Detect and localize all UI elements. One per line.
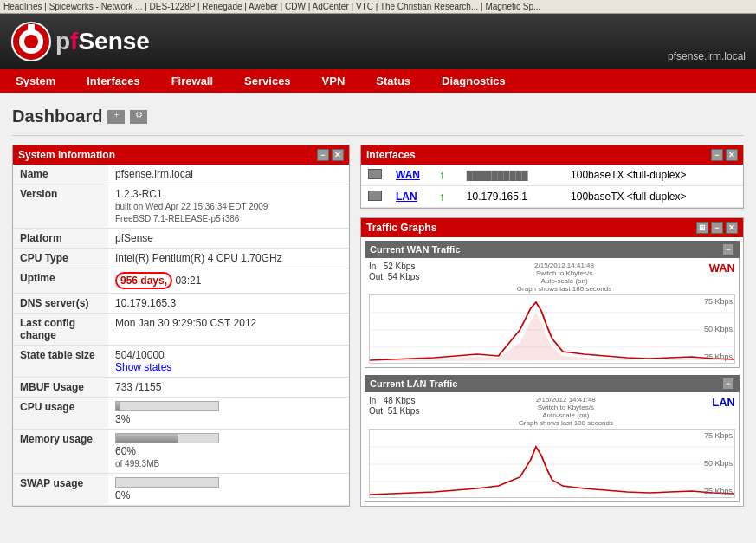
memory-progress-container	[115, 433, 219, 443]
wan-traffic-meta: 2/15/2012 14:41:48 Switch to Kbytes/s Au…	[517, 262, 611, 293]
interfaces-panel-header: Interfaces − ✕	[361, 145, 743, 165]
wan-traffic-minimize[interactable]: −	[722, 243, 734, 255]
svg-rect-3	[28, 24, 35, 31]
lan-graph: 75 Kbps 50 Kbps 25 Kbps	[369, 429, 735, 498]
value-cpu-type: Intel(R) Pentium(R) 4 CPU 1.70GHz	[108, 249, 349, 268]
wan-traffic-inner: In 52 Kbps Out 54 Kbps 2/15/2012 14:41:4…	[365, 258, 740, 368]
value-uptime: 956 days, 03:21	[108, 268, 349, 294]
table-row: Platform pfSense	[13, 229, 349, 249]
wan-traffic-section: Current WAN Traffic − In 52 Kbps	[361, 237, 743, 372]
table-row: WAN ↑ ██████████ 100baseTX <full-duplex>	[361, 165, 743, 186]
lan-traffic-section: Current LAN Traffic − In 48 Kbps	[361, 372, 743, 506]
traffic-expand-btn[interactable]: ⊞	[696, 222, 708, 234]
lan-traffic-minimize[interactable]: −	[722, 378, 734, 390]
right-column: Interfaces − ✕ WAN	[360, 145, 744, 515]
lan-traffic-inner: In 48 Kbps Out 51 Kbps 2/15/2012 14:41:4…	[365, 392, 740, 502]
hostname: pfsense.lrm.local	[668, 50, 746, 62]
table-row: Uptime 956 days, 03:21	[13, 268, 349, 294]
nav-bar: System Interfaces Firewall Services VPN …	[0, 69, 756, 93]
iface-speed-wan: 100baseTX <full-duplex>	[564, 165, 743, 186]
system-info-title: System Information	[18, 149, 317, 161]
table-row: Name pfsense.lrm.local	[13, 165, 349, 184]
traffic-graphs-header: Traffic Graphs ⊞ − ✕	[361, 218, 743, 237]
wan-traffic-label: In 52 Kbps Out 54 Kbps	[369, 262, 419, 282]
traffic-panel-controls: ⊞ − ✕	[696, 222, 738, 234]
lan-label: LAN	[712, 396, 735, 409]
table-row: Memory usage 60% of 499.3MB	[13, 430, 349, 474]
logo: pfSense	[10, 21, 150, 62]
table-row: Last config change Mon Jan 30 9:29:50 CS…	[13, 314, 349, 346]
page-title: Dashboard	[12, 107, 102, 126]
panel-minimize-btn[interactable]: −	[317, 149, 329, 161]
value-dns: 10.179.165.3	[108, 294, 349, 314]
nav-vpn[interactable]: VPN	[307, 69, 361, 93]
iface-arrow-lan: ↑	[432, 186, 460, 208]
traffic-graphs-title: Traffic Graphs	[366, 222, 696, 234]
traffic-close-btn[interactable]: ✕	[726, 222, 738, 234]
iface-name-lan: LAN	[389, 186, 432, 208]
iface-speed-lan: 100baseTX <full-duplex>	[564, 186, 743, 208]
lan-out-label: Out 51 Kbps	[369, 406, 419, 416]
system-info-table: Name pfsense.lrm.local Version 1.2.3-RC1…	[13, 165, 349, 506]
lan-traffic-info: In 48 Kbps Out 51 Kbps 2/15/2012 14:41:4…	[369, 396, 735, 427]
left-column: System Information − ✕ Name pfsense.lrm.…	[12, 145, 350, 515]
iface-name-wan: WAN	[389, 165, 432, 186]
up-arrow-icon: ↑	[439, 168, 445, 182]
interfaces-table: WAN ↑ ██████████ 100baseTX <full-duplex>	[361, 165, 743, 208]
lan-traffic-meta: 2/15/2012 14:41:48 Switch to Kbytes/s Au…	[519, 396, 613, 427]
browser-tabs: Headlines | Spiceworks - Network ... | D…	[0, 0, 756, 14]
svg-point-2	[24, 35, 38, 48]
iface-icon-wan	[361, 165, 389, 186]
lan-traffic-title: Current LAN Traffic	[370, 378, 457, 389]
wan-label: WAN	[709, 262, 735, 275]
lan-in-label: In 48 Kbps	[369, 396, 419, 405]
app-header: pfSense pfsense.lrm.local	[0, 14, 756, 69]
network-icon	[368, 169, 382, 179]
label-last-config: Last config change	[13, 314, 108, 346]
iface-ip-lan: 10.179.165.1	[460, 186, 564, 208]
lan-graph-svg	[370, 430, 734, 499]
lan-traffic-label: In 48 Kbps Out 51 Kbps	[369, 396, 419, 417]
value-name: pfsense.lrm.local	[108, 165, 349, 184]
value-state-table: 504/10000 Show states	[108, 346, 349, 378]
show-states-link[interactable]: Show states	[115, 361, 171, 373]
dashboard-icon2[interactable]: ⚙	[130, 110, 147, 124]
wan-graph-svg	[370, 295, 734, 365]
nav-system[interactable]: System	[0, 69, 71, 93]
uptime-highlight: 956 days,	[115, 272, 172, 289]
table-row: Version 1.2.3-RC1 built on Wed Apr 22 15…	[13, 184, 349, 229]
label-platform: Platform	[13, 229, 108, 249]
traffic-graphs-panel: Traffic Graphs ⊞ − ✕ Current WAN Traffic…	[360, 217, 744, 507]
wan-in-label: In 52 Kbps	[369, 262, 419, 271]
wan-link[interactable]: WAN	[396, 169, 420, 181]
swap-progress-container	[115, 477, 219, 488]
nav-services[interactable]: Services	[229, 69, 307, 93]
interfaces-close-btn[interactable]: ✕	[726, 149, 738, 161]
nav-interfaces[interactable]: Interfaces	[71, 69, 155, 93]
panel-controls: − ✕	[317, 149, 344, 161]
interfaces-minimize-btn[interactable]: −	[711, 149, 723, 161]
nav-diagnostics[interactable]: Diagnostics	[426, 69, 521, 93]
wan-traffic-title: Current WAN Traffic	[370, 244, 461, 255]
page-content: Dashboard + ⚙ System Information − ✕ Nam…	[0, 93, 756, 543]
network-icon	[368, 191, 382, 201]
interfaces-panel: Interfaces − ✕ WAN	[360, 145, 744, 209]
table-row: SWAP usage 0%	[13, 474, 349, 506]
table-row: LAN ↑ 10.179.165.1 100baseTX <full-duple…	[361, 186, 743, 208]
panel-close-btn[interactable]: ✕	[332, 149, 344, 161]
table-row: CPU Type Intel(R) Pentium(R) 4 CPU 1.70G…	[13, 249, 349, 268]
label-swap: SWAP usage	[13, 474, 108, 506]
logo-text: pfSense	[55, 28, 150, 55]
nav-firewall[interactable]: Firewall	[156, 69, 229, 93]
traffic-minimize-btn[interactable]: −	[711, 222, 723, 234]
label-name: Name	[13, 165, 108, 184]
table-row: MBUF Usage 733 /1155	[13, 378, 349, 398]
system-info-header: System Information − ✕	[13, 145, 349, 165]
value-mbuf: 733 /1155	[108, 378, 349, 398]
dashboard-icon1[interactable]: +	[107, 110, 125, 124]
lan-link[interactable]: LAN	[396, 191, 417, 203]
lan-traffic-header: Current LAN Traffic −	[365, 375, 740, 392]
nav-status[interactable]: Status	[360, 69, 426, 93]
wan-traffic-info: In 52 Kbps Out 54 Kbps 2/15/2012 14:41:4…	[369, 262, 735, 293]
value-last-config: Mon Jan 30 9:29:50 CST 2012	[108, 314, 349, 346]
